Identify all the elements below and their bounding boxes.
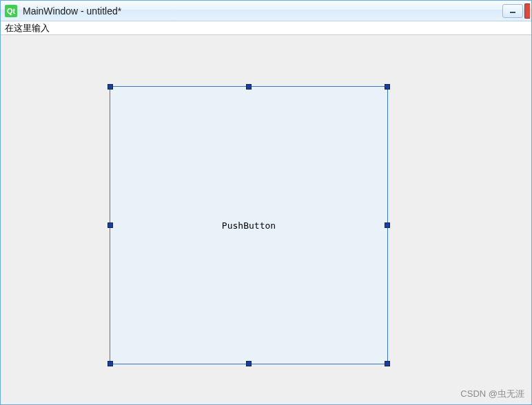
resize-handle-ml[interactable] [108,222,113,228]
titlebar[interactable]: Qt MainWindow - untitled* [1,1,531,21]
app-icon: Qt [5,5,17,17]
resize-handle-bl[interactable] [108,361,113,366]
window-title: MainWindow - untitled* [23,6,497,17]
menu-placeholder-item[interactable]: 在这里输入 [5,22,50,34]
window-controls [502,3,530,19]
resize-handle-tr[interactable] [385,84,390,90]
minimize-icon [509,8,516,14]
watermark: CSDN @虫无涯 [460,388,524,400]
resize-handle-mr[interactable] [385,222,390,228]
pushbutton-label: PushButton [222,220,276,231]
pushbutton-widget[interactable]: PushButton [110,86,388,364]
minimize-button[interactable] [502,4,523,18]
design-canvas[interactable]: PushButton [1,35,531,404]
menubar[interactable]: 在这里输入 [1,21,531,35]
close-button[interactable] [524,3,530,19]
main-window: Qt MainWindow - untitled* 在这里输入 PushButt… [0,0,532,405]
resize-handle-br[interactable] [385,361,390,366]
resize-handle-tl[interactable] [108,84,113,90]
svg-rect-0 [510,12,515,13]
resize-handle-bc[interactable] [246,361,252,366]
resize-handle-tc[interactable] [246,84,252,90]
